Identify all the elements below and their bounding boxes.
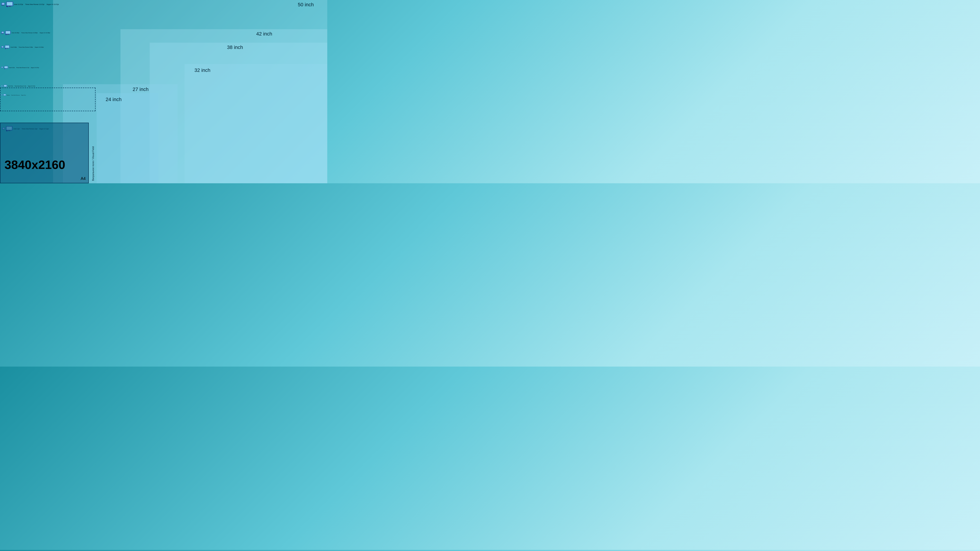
svg-rect-22 bbox=[2, 46, 3, 47]
row4-arial-label: Arial 6.37pt bbox=[9, 67, 14, 68]
row2-times-label: Times New Roman 10.08pt bbox=[21, 32, 38, 33]
row4-times-label: Times New Roman 6.17pt bbox=[16, 67, 29, 68]
monitor-row-4: Arial 6.37pt Times New Roman 6.17pt Sego… bbox=[1, 66, 39, 69]
svg-point-15 bbox=[2, 33, 2, 34]
label-27inch: 27 inch bbox=[133, 86, 149, 92]
svg-rect-8 bbox=[8, 6, 11, 7]
label-32inch: 32 inch bbox=[194, 67, 210, 73]
main-resolution-box: 3840x2160 A4 bbox=[0, 123, 89, 183]
svg-point-4 bbox=[2, 5, 2, 6]
screen-24-rect bbox=[97, 93, 159, 183]
monitor-row-3: Arial 9.08pt Times New Roman 9.08pt Sego… bbox=[1, 45, 44, 49]
svg-rect-26 bbox=[6, 48, 8, 49]
svg-rect-36 bbox=[4, 85, 7, 86]
row3-segoe-label: Segoe UI 9.08pt bbox=[35, 46, 44, 48]
monitor-icon-small-1 bbox=[1, 2, 5, 6]
visual-field-label: Визуальное поле / Visual Field bbox=[92, 93, 97, 181]
monitor-row-2: Arial 10.08pt Times New Roman 10.08pt Se… bbox=[1, 30, 50, 35]
svg-rect-29 bbox=[2, 67, 3, 68]
svg-rect-25 bbox=[5, 46, 9, 48]
row4-segoe-label: Segoe UI 6.37pt bbox=[31, 67, 39, 68]
svg-rect-2 bbox=[3, 5, 3, 5]
label-50inch: 50 inch bbox=[298, 2, 314, 8]
svg-rect-18 bbox=[7, 34, 9, 35]
svg-rect-3 bbox=[2, 5, 4, 6]
monitor-icon-small-3 bbox=[1, 46, 4, 49]
monitor-icon-large-1 bbox=[6, 1, 13, 7]
svg-rect-17 bbox=[6, 31, 10, 34]
monitor-row-1: Arial 13.07pt Times New Roman 13.07pt Se… bbox=[1, 1, 59, 7]
row1-arial-label: Arial 13.07pt bbox=[14, 3, 23, 5]
svg-rect-7 bbox=[9, 6, 10, 6]
monitor-icon-small-4 bbox=[1, 67, 3, 68]
row3-arial-label: Arial 9.08pt bbox=[11, 46, 17, 48]
monitor-icon-large-5 bbox=[3, 85, 7, 87]
monitor-icon-large-4 bbox=[4, 66, 8, 69]
row1-times-label: Times New Roman 13.07pt bbox=[25, 3, 44, 5]
screen-32-rect bbox=[185, 64, 327, 183]
svg-rect-6 bbox=[7, 2, 13, 5]
svg-point-23 bbox=[2, 48, 2, 48]
row5-arial-label: Arial 5.37pt bbox=[8, 86, 13, 87]
row1-segoe-label: Segoe UI 13.07pt bbox=[46, 3, 59, 5]
svg-point-27 bbox=[5, 48, 6, 49]
svg-point-32 bbox=[4, 68, 5, 69]
svg-rect-13 bbox=[2, 33, 3, 34]
svg-rect-31 bbox=[5, 66, 8, 68]
label-38inch: 38 inch bbox=[227, 44, 243, 50]
label-42inch: 42 inch bbox=[256, 31, 272, 37]
a4-label: A4 bbox=[81, 176, 86, 181]
svg-point-20 bbox=[5, 34, 6, 35]
row2-segoe-label: Segoe UI 10.08pt bbox=[40, 32, 50, 33]
dashed-boundary-rect bbox=[0, 87, 95, 111]
monitor-icon-small-2 bbox=[1, 31, 4, 34]
monitor-icon-small-5 bbox=[1, 85, 3, 87]
monitor-icon-large-2 bbox=[5, 30, 11, 35]
row2-arial-label: Arial 10.08pt bbox=[12, 32, 19, 33]
monitor-row-5: Arial 5.37pt Times New Roman 5.17pt Sego… bbox=[1, 85, 35, 87]
svg-rect-34 bbox=[2, 86, 2, 86]
monitor-icon-large-3 bbox=[5, 45, 10, 49]
row3-times-label: Times New Roman 9.08pt bbox=[19, 46, 33, 48]
svg-rect-19 bbox=[7, 35, 9, 35]
svg-point-10 bbox=[6, 6, 7, 6]
label-24inch: 24 inch bbox=[106, 97, 122, 102]
svg-rect-12 bbox=[2, 32, 3, 33]
resolution-label: 3840x2160 bbox=[5, 158, 65, 171]
svg-rect-1 bbox=[2, 3, 4, 5]
row5-times-label: Times New Roman 5.17pt bbox=[14, 86, 26, 87]
row5-segoe-label: Segoe UI 5.37pt bbox=[28, 86, 35, 87]
